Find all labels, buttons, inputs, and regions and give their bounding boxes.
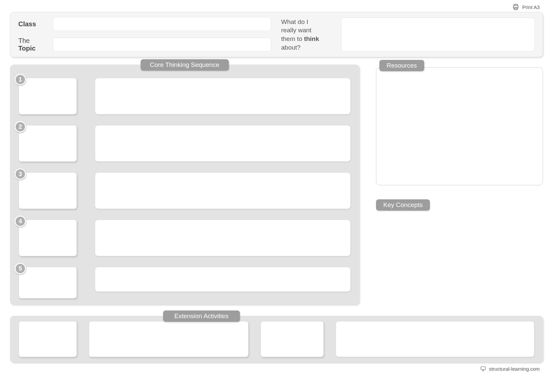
sequence-3-image-box[interactable]	[19, 172, 77, 209]
think-about-input[interactable]	[341, 18, 535, 52]
sequence-number-2: 2	[15, 121, 26, 132]
right-column: Resources Key Concepts	[376, 65, 543, 211]
sequence-row-3: 3	[19, 172, 351, 209]
topic-label: The Topic	[18, 37, 48, 52]
extension-box-1[interactable]	[19, 321, 77, 357]
sequence-4-text-box[interactable]	[95, 220, 351, 256]
sequence-1-image-box[interactable]	[19, 78, 77, 114]
class-label: Class	[18, 20, 48, 28]
resources-tab: Resources	[379, 60, 424, 71]
topic-input[interactable]	[53, 38, 271, 52]
monitor-icon	[480, 366, 486, 372]
think-prompt: What do I really want them to think abou…	[281, 17, 331, 52]
sequence-number-3: 3	[15, 168, 26, 180]
sequence-5-image-box[interactable]	[19, 267, 77, 298]
extension-box-3[interactable]	[261, 321, 324, 357]
sequence-number-1: 1	[15, 74, 26, 85]
print-a3-button[interactable]: Print A3	[10, 3, 543, 11]
print-label: Print A3	[522, 4, 540, 10]
sequence-row-5: 5	[19, 267, 351, 298]
extension-tab: Extension Activities	[163, 310, 240, 322]
extension-section: Extension Activities	[10, 316, 543, 362]
header-panel: Class The Topic What do I really want th…	[10, 12, 543, 57]
sequence-row-4: 4	[19, 220, 351, 256]
sequence-2-image-box[interactable]	[19, 125, 77, 162]
key-concepts-section: Key Concepts	[376, 199, 543, 211]
core-thinking-tab: Core Thinking Sequence	[141, 59, 229, 71]
sequence-row-2: 2	[19, 125, 351, 162]
header-left: Class The Topic	[18, 17, 271, 52]
resources-section: Resources	[376, 65, 543, 185]
svg-rect-3	[481, 367, 486, 370]
key-concepts-tab: Key Concepts	[376, 199, 430, 211]
sequence-row-1: 1	[19, 78, 351, 114]
core-thinking-panel: Core Thinking Sequence 1 2 3 4 5	[10, 65, 359, 304]
sequence-4-image-box[interactable]	[19, 220, 77, 256]
sequence-1-text-box[interactable]	[95, 78, 351, 114]
printer-icon	[512, 3, 519, 11]
sequence-number-4: 4	[15, 216, 26, 227]
class-input[interactable]	[53, 17, 271, 31]
sequence-5-text-box[interactable]	[95, 267, 351, 292]
extension-box-2[interactable]	[89, 321, 249, 357]
svg-rect-2	[514, 8, 517, 10]
topic-row: The Topic	[18, 37, 271, 52]
resources-input[interactable]	[376, 67, 543, 185]
sequence-2-text-box[interactable]	[95, 125, 351, 162]
sequence-3-text-box[interactable]	[95, 172, 351, 209]
extension-panel	[10, 316, 543, 362]
footer: structural-learning.com	[10, 366, 543, 372]
footer-site: structural-learning.com	[489, 366, 540, 372]
class-row: Class	[18, 17, 271, 31]
sequence-number-5: 5	[15, 263, 26, 274]
extension-box-4[interactable]	[336, 321, 534, 357]
